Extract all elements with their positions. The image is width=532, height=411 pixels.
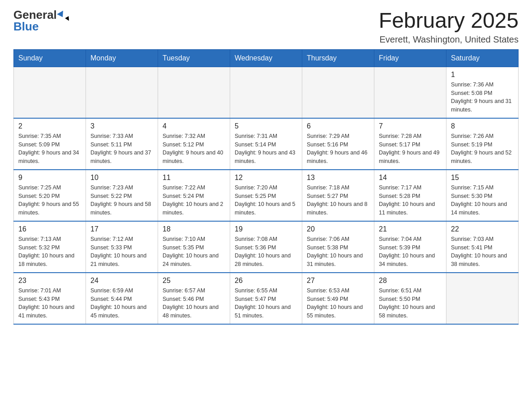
calendar-cell: 17Sunrise: 7:12 AMSunset: 5:33 PMDayligh…	[86, 221, 158, 273]
day-info: Sunrise: 7:13 AMSunset: 5:32 PMDaylight:…	[18, 235, 81, 269]
day-number: 19	[235, 225, 297, 233]
page-header: General ▼ Blue February 2025 Everett, Wa…	[13, 9, 519, 45]
day-number: 4	[163, 122, 225, 130]
day-number: 27	[307, 277, 369, 285]
calendar-cell: 4Sunrise: 7:32 AMSunset: 5:12 PMDaylight…	[158, 118, 230, 170]
logo: General ▼ Blue	[13, 9, 65, 32]
day-number: 7	[379, 122, 442, 130]
calendar-cell: 10Sunrise: 7:23 AMSunset: 5:22 PMDayligh…	[86, 170, 158, 221]
calendar-header-row: SundayMondayTuesdayWednesdayThursdayFrid…	[14, 49, 519, 67]
calendar-header-sunday: Sunday	[14, 49, 86, 67]
day-info: Sunrise: 7:10 AMSunset: 5:35 PMDaylight:…	[163, 235, 225, 269]
calendar-cell: 12Sunrise: 7:20 AMSunset: 5:25 PMDayligh…	[230, 170, 302, 221]
day-number: 1	[451, 71, 514, 79]
calendar-cell: 11Sunrise: 7:22 AMSunset: 5:24 PMDayligh…	[158, 170, 230, 221]
day-number: 14	[379, 174, 442, 182]
calendar-cell: 8Sunrise: 7:26 AMSunset: 5:19 PMDaylight…	[446, 118, 519, 170]
day-info: Sunrise: 7:36 AMSunset: 5:08 PMDaylight:…	[451, 81, 514, 114]
calendar-cell: 21Sunrise: 7:04 AMSunset: 5:39 PMDayligh…	[374, 221, 446, 273]
calendar-cell: 26Sunrise: 6:55 AMSunset: 5:47 PMDayligh…	[230, 273, 302, 324]
calendar-cell	[86, 67, 158, 118]
day-info: Sunrise: 7:06 AMSunset: 5:38 PMDaylight:…	[307, 235, 369, 269]
calendar-header-saturday: Saturday	[446, 49, 519, 67]
calendar-header-monday: Monday	[86, 49, 158, 67]
calendar-cell	[230, 67, 302, 118]
calendar-cell: 23Sunrise: 7:01 AMSunset: 5:43 PMDayligh…	[14, 273, 86, 324]
day-info: Sunrise: 7:17 AMSunset: 5:28 PMDaylight:…	[379, 184, 442, 217]
calendar-header-thursday: Thursday	[302, 49, 374, 67]
calendar-cell: 20Sunrise: 7:06 AMSunset: 5:38 PMDayligh…	[302, 221, 374, 273]
calendar-week-row: 2Sunrise: 7:35 AMSunset: 5:09 PMDaylight…	[14, 118, 519, 170]
day-info: Sunrise: 7:35 AMSunset: 5:09 PMDaylight:…	[18, 132, 81, 166]
day-number: 20	[307, 225, 369, 233]
day-info: Sunrise: 6:59 AMSunset: 5:44 PMDaylight:…	[90, 287, 153, 320]
calendar-cell: 24Sunrise: 6:59 AMSunset: 5:44 PMDayligh…	[86, 273, 158, 324]
day-info: Sunrise: 7:26 AMSunset: 5:19 PMDaylight:…	[451, 132, 514, 166]
day-number: 3	[90, 122, 153, 130]
calendar-cell	[302, 67, 374, 118]
calendar-cell: 1Sunrise: 7:36 AMSunset: 5:08 PMDaylight…	[446, 67, 519, 118]
day-info: Sunrise: 7:23 AMSunset: 5:22 PMDaylight:…	[90, 184, 153, 217]
logo-arrow-icon: ▼	[57, 11, 66, 19]
day-number: 28	[379, 277, 442, 285]
day-number: 25	[163, 277, 225, 285]
calendar-cell	[446, 273, 519, 324]
day-number: 10	[90, 174, 153, 182]
calendar-cell: 15Sunrise: 7:15 AMSunset: 5:30 PMDayligh…	[446, 170, 519, 221]
day-number: 6	[307, 122, 369, 130]
calendar-cell: 5Sunrise: 7:31 AMSunset: 5:14 PMDaylight…	[230, 118, 302, 170]
day-number: 22	[451, 225, 514, 233]
day-info: Sunrise: 7:12 AMSunset: 5:33 PMDaylight:…	[90, 235, 153, 269]
day-info: Sunrise: 7:29 AMSunset: 5:16 PMDaylight:…	[307, 132, 369, 166]
calendar-cell: 16Sunrise: 7:13 AMSunset: 5:32 PMDayligh…	[14, 221, 86, 273]
calendar-cell: 28Sunrise: 6:51 AMSunset: 5:50 PMDayligh…	[374, 273, 446, 324]
day-number: 23	[18, 277, 81, 285]
day-number: 12	[235, 174, 297, 182]
day-info: Sunrise: 7:25 AMSunset: 5:20 PMDaylight:…	[18, 184, 81, 217]
calendar-cell: 27Sunrise: 6:53 AMSunset: 5:49 PMDayligh…	[302, 273, 374, 324]
logo-blue-text: Blue	[13, 20, 39, 33]
day-number: 5	[235, 122, 297, 130]
calendar-week-row: 9Sunrise: 7:25 AMSunset: 5:20 PMDaylight…	[14, 170, 519, 221]
day-info: Sunrise: 7:03 AMSunset: 5:41 PMDaylight:…	[451, 235, 514, 269]
day-number: 21	[379, 225, 442, 233]
calendar-cell: 13Sunrise: 7:18 AMSunset: 5:27 PMDayligh…	[302, 170, 374, 221]
calendar-cell: 6Sunrise: 7:29 AMSunset: 5:16 PMDaylight…	[302, 118, 374, 170]
calendar-cell	[374, 67, 446, 118]
day-info: Sunrise: 7:31 AMSunset: 5:14 PMDaylight:…	[235, 132, 297, 166]
day-info: Sunrise: 6:53 AMSunset: 5:49 PMDaylight:…	[307, 287, 369, 320]
month-title: February 2025	[379, 9, 519, 33]
calendar-cell: 22Sunrise: 7:03 AMSunset: 5:41 PMDayligh…	[446, 221, 519, 273]
day-info: Sunrise: 7:15 AMSunset: 5:30 PMDaylight:…	[451, 184, 514, 217]
day-number: 15	[451, 174, 514, 182]
day-info: Sunrise: 6:55 AMSunset: 5:47 PMDaylight:…	[235, 287, 297, 320]
calendar-cell: 18Sunrise: 7:10 AMSunset: 5:35 PMDayligh…	[158, 221, 230, 273]
day-number: 11	[163, 174, 225, 182]
calendar-cell	[14, 67, 86, 118]
day-info: Sunrise: 7:08 AMSunset: 5:36 PMDaylight:…	[235, 235, 297, 269]
calendar-cell: 7Sunrise: 7:28 AMSunset: 5:17 PMDaylight…	[374, 118, 446, 170]
location: Everett, Washington, United States	[379, 34, 519, 45]
day-number: 26	[235, 277, 297, 285]
title-block: February 2025 Everett, Washington, Unite…	[379, 9, 519, 45]
calendar-table: SundayMondayTuesdayWednesdayThursdayFrid…	[13, 49, 519, 325]
day-number: 13	[307, 174, 369, 182]
calendar-week-row: 23Sunrise: 7:01 AMSunset: 5:43 PMDayligh…	[14, 273, 519, 324]
day-info: Sunrise: 7:33 AMSunset: 5:11 PMDaylight:…	[90, 132, 153, 166]
calendar-cell	[158, 67, 230, 118]
day-number: 18	[163, 225, 225, 233]
calendar-week-row: 1Sunrise: 7:36 AMSunset: 5:08 PMDaylight…	[14, 67, 519, 118]
calendar-header-tuesday: Tuesday	[158, 49, 230, 67]
calendar-week-row: 16Sunrise: 7:13 AMSunset: 5:32 PMDayligh…	[14, 221, 519, 273]
day-info: Sunrise: 7:04 AMSunset: 5:39 PMDaylight:…	[379, 235, 442, 269]
day-info: Sunrise: 7:32 AMSunset: 5:12 PMDaylight:…	[163, 132, 225, 166]
calendar-cell: 19Sunrise: 7:08 AMSunset: 5:36 PMDayligh…	[230, 221, 302, 273]
calendar-header-wednesday: Wednesday	[230, 49, 302, 67]
day-info: Sunrise: 6:51 AMSunset: 5:50 PMDaylight:…	[379, 287, 442, 320]
day-info: Sunrise: 7:20 AMSunset: 5:25 PMDaylight:…	[235, 184, 297, 217]
day-number: 8	[451, 122, 514, 130]
day-number: 2	[18, 122, 81, 130]
logo-general-text: General	[13, 9, 57, 21]
calendar-header-friday: Friday	[374, 49, 446, 67]
day-number: 24	[90, 277, 153, 285]
